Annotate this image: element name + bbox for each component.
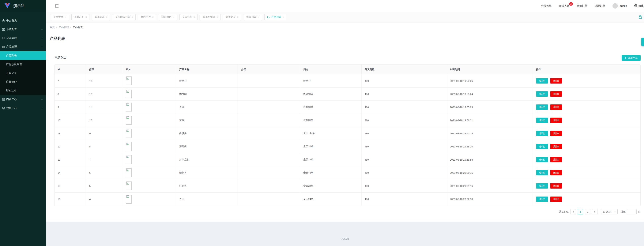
cell-category: [238, 101, 300, 114]
tab-close-icon[interactable]: ×: [216, 16, 218, 19]
cell-created: 2021-08-18 19:55:29: [447, 101, 533, 114]
prev-page-button[interactable]: <: [570, 209, 576, 214]
tab-close-icon[interactable]: ×: [258, 16, 259, 19]
sidebar-subitem-3-3[interactable]: 注单管理: [0, 77, 46, 86]
edit-button[interactable]: 修 改: [536, 157, 548, 162]
tab-close-icon[interactable]: ×: [152, 16, 154, 19]
tab-close-icon[interactable]: ×: [173, 16, 174, 19]
cell-actions: 修 改删 除: [533, 166, 640, 179]
table-row: 164寺库全天24单4802021-08-18 20:02:50修 改删 除: [54, 193, 640, 206]
cell-image: [123, 114, 176, 127]
tab-7[interactable]: 会员加扣款×: [200, 14, 221, 20]
edit-button[interactable]: 修 改: [536, 78, 548, 83]
tab-close-icon[interactable]: ×: [65, 16, 66, 19]
edit-button[interactable]: 修 改: [536, 197, 548, 202]
cell-category: [238, 127, 300, 140]
tab-close-icon[interactable]: ×: [237, 16, 239, 19]
cell-sort: 12: [86, 87, 123, 101]
topbar-link-recharge-orders[interactable]: 充值订单: [577, 4, 588, 8]
sidebar-item-5[interactable]: 数据中心: [0, 104, 46, 112]
edit-button[interactable]: 修 改: [536, 104, 548, 110]
cell-image: [123, 87, 176, 101]
language-switcher[interactable]: 简体: [634, 4, 644, 8]
tab-close-icon[interactable]: ×: [282, 16, 284, 19]
user-menu[interactable]: admin: [612, 3, 627, 9]
delete-button[interactable]: 删 除: [550, 197, 562, 202]
sidebar-subitem-3-0[interactable]: 产品列表: [0, 51, 46, 60]
sidebar-item-0[interactable]: 平台首页: [0, 16, 46, 25]
tab-1[interactable]: 开奖记录×: [72, 14, 90, 20]
page-button-2[interactable]: 2: [585, 209, 590, 214]
edit-button[interactable]: 修 改: [536, 170, 548, 175]
topbar-link-withdraw-orders[interactable]: 提现订单: [594, 4, 605, 8]
cell-sort: 5: [86, 179, 123, 193]
delete-button[interactable]: 删 除: [550, 170, 562, 175]
tab-8[interactable]: 赠送彩金×: [223, 14, 242, 20]
tab-10[interactable]: 产品列表×: [264, 14, 287, 20]
refresh-icon: [267, 16, 270, 19]
broken-image-placeholder: [126, 195, 132, 204]
sidebar-subitem-3-1[interactable]: 产品预设列表: [0, 60, 46, 69]
cell-category: [238, 87, 300, 101]
online-count-badge: 2: [569, 2, 573, 6]
sidebar: 演示站 平台首页系统配置会员管理产品管理产品列表产品预设列表开奖记录注单管理即时…: [0, 0, 46, 246]
sidebar-subitem-3-2[interactable]: 开奖记录: [0, 69, 46, 77]
sidebar-item-2[interactable]: 会员管理: [0, 34, 46, 42]
add-product-button[interactable]: + 添加产品: [622, 55, 640, 61]
unlock-icon[interactable]: [638, 15, 642, 20]
edit-button[interactable]: 修 改: [536, 117, 548, 123]
next-page-button[interactable]: >: [592, 209, 598, 214]
sidebar-item-4[interactable]: 内容中心: [0, 95, 46, 104]
cell-intro: 海外购单: [300, 114, 362, 127]
tab-5[interactable]: 陪玩用户×: [159, 14, 177, 20]
cell-sort: 6: [86, 166, 123, 179]
cell-image: [123, 74, 176, 87]
brand-title: 演示站: [13, 4, 25, 8]
cell-intro: 唯品会: [300, 74, 362, 87]
jump-page-input[interactable]: [627, 209, 636, 214]
delete-button[interactable]: 删 除: [550, 91, 562, 97]
table-row: 146聚划算全天48单4802021-08-18 20:00:15修 改删 除: [54, 166, 640, 179]
breadcrumb-item-0[interactable]: 首页: [50, 26, 55, 29]
delete-button[interactable]: 删 除: [550, 117, 562, 123]
delete-button[interactable]: 删 除: [550, 131, 562, 136]
brand-logo[interactable]: 演示站: [0, 0, 46, 12]
tab-6[interactable]: 充值列表×: [180, 14, 198, 20]
cell-id: 11: [54, 127, 86, 140]
edit-button[interactable]: 修 改: [536, 131, 548, 136]
tab-9[interactable]: 提现列表×: [244, 14, 262, 20]
delete-button[interactable]: 删 除: [550, 157, 562, 162]
tab-close-icon[interactable]: ×: [106, 16, 108, 19]
sidebar-collapse-icon[interactable]: [54, 4, 59, 8]
cell-category: [238, 193, 300, 206]
breadcrumb-item-1[interactable]: 产品管理: [59, 26, 69, 29]
table-icon: [2, 37, 5, 40]
column-header-6: 每天期数: [362, 64, 447, 74]
tab-3[interactable]: 系统配置列表×: [112, 14, 136, 20]
topbar-link-member-orders[interactable]: 会员购单: [541, 4, 552, 8]
edit-button[interactable]: 修 改: [536, 183, 548, 189]
globe-icon: [634, 4, 637, 8]
sidebar-subitem-3-4[interactable]: 即时注单: [0, 86, 46, 95]
tab-close-icon[interactable]: ×: [194, 16, 195, 19]
delete-button[interactable]: 删 除: [550, 104, 562, 110]
delete-button[interactable]: 删 除: [550, 78, 562, 83]
tab-0[interactable]: 平台首页×: [51, 14, 69, 20]
topbar-link-online-count[interactable]: 在线人数 2: [559, 4, 570, 8]
edit-button[interactable]: 修 改: [536, 144, 548, 149]
tab-close-icon[interactable]: ×: [132, 16, 133, 19]
cell-sort: 9: [86, 127, 123, 140]
delete-button[interactable]: 删 除: [550, 183, 562, 189]
sidebar-item-1[interactable]: 系统配置: [0, 25, 46, 34]
tab-4[interactable]: 在线用户×: [138, 14, 156, 20]
sidebar-item-3[interactable]: 产品管理: [0, 42, 46, 51]
tab-2[interactable]: 会员列表×: [92, 14, 110, 20]
tab-close-icon[interactable]: ×: [86, 16, 87, 19]
delete-button[interactable]: 删 除: [550, 144, 562, 149]
edit-button[interactable]: 修 改: [536, 91, 548, 97]
column-header-8: 操作: [533, 64, 640, 74]
page-button-1[interactable]: 1: [578, 209, 583, 214]
settings-drawer-handle[interactable]: [641, 38, 644, 46]
page-size-select[interactable]: 10 条/页: [601, 209, 618, 214]
cell-intro: 全天24单: [300, 179, 362, 193]
